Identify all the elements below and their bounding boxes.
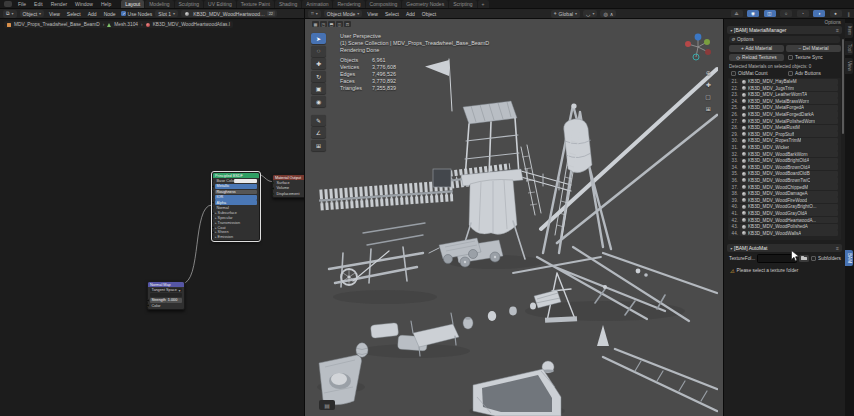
material-list-item[interactable]: 21. KB3D_MDV_HayBaleM xyxy=(729,79,838,85)
color-socket[interactable] xyxy=(147,304,149,306)
sidebar-tab[interactable]: Item xyxy=(845,23,853,38)
strength-value[interactable]: 1.000 xyxy=(166,298,182,302)
material-list-item[interactable]: 28. KB3D_MDV_MetalRustM xyxy=(729,125,838,131)
node-socket-row[interactable]: Surface xyxy=(275,181,304,186)
material-list-item[interactable]: 35. KB3D_MDV_WoodBoardOldB xyxy=(729,171,838,177)
viewport-header-icon[interactable]: ○ xyxy=(780,10,792,17)
workspace-tab[interactable]: Sculpting xyxy=(175,0,204,8)
material-list-item[interactable]: 29. KB3D_MDV_PropStuff xyxy=(729,131,838,137)
viewport-toggle-icon[interactable]: ◫ xyxy=(336,21,343,27)
menu-item[interactable]: File xyxy=(14,1,30,7)
material-list-item[interactable]: 33. KB3D_MDV_WoodBrightOldA xyxy=(729,158,838,164)
material-list-item[interactable]: 42. KB3D_MDV_WoodHeartwoodA... xyxy=(729,217,838,223)
input-socket[interactable] xyxy=(272,187,274,189)
menu-item[interactable]: Add xyxy=(404,11,417,17)
input-socket[interactable] xyxy=(212,196,214,198)
workspace-tab[interactable]: Texture Paint xyxy=(237,0,274,8)
viewport-toggle-icon[interactable]: ◳ xyxy=(320,21,327,27)
viewport-header-icon[interactable]: ● xyxy=(830,10,842,17)
input-socket[interactable] xyxy=(212,231,214,233)
adv-buttons-checkbox[interactable]: Adv Buttons xyxy=(788,70,821,76)
list-scrollbar[interactable] xyxy=(842,39,844,134)
workspace-tab[interactable]: Rendering xyxy=(333,0,364,8)
viewport-toggle-icon[interactable]: ▦ xyxy=(312,21,319,27)
node-socket-row[interactable]: Alpha xyxy=(215,200,257,205)
menu-item[interactable]: Object xyxy=(420,11,438,17)
material-list-item[interactable]: 31. KB3D_MDV_Wicker xyxy=(729,144,838,150)
proportional-edit-dropdown[interactable]: ◎∧ xyxy=(600,10,616,17)
toolbar-tool-button[interactable]: ◌ xyxy=(311,46,326,57)
workspace-tab[interactable]: Layout xyxy=(121,0,144,8)
node-section-row[interactable]: Coat xyxy=(215,225,257,229)
viewport-header-icon[interactable]: ⟁ xyxy=(731,10,743,17)
input-socket[interactable] xyxy=(272,193,274,195)
node-socket-row[interactable]: Displacement xyxy=(275,192,304,197)
menu-item[interactable]: Window xyxy=(71,1,97,7)
toolbar-tool-button[interactable]: ⊞ xyxy=(311,140,326,151)
menu-item[interactable]: Node xyxy=(102,11,118,17)
input-socket[interactable] xyxy=(212,207,214,209)
node-socket-row[interactable]: IOR xyxy=(215,195,257,200)
node-normal-map[interactable]: Normal Map Tangent Space▾ Strength 1.000… xyxy=(147,281,185,310)
node-socket-row[interactable]: Volume xyxy=(275,186,304,191)
oldmat-count-checkbox[interactable]: OldMat Count xyxy=(731,70,768,76)
viewport-3d[interactable]: ▦ ◳ ⬒ ◫ ⊡ ➤ ◌ ✚ ↻ ▣ ◉ xyxy=(305,19,723,416)
toolbar-tool-button[interactable]: ◉ xyxy=(311,96,326,107)
transform-orientation-dropdown[interactable]: ⌖Global▾ xyxy=(551,10,580,18)
viewport-nav-icon[interactable]: ▢ xyxy=(705,93,711,100)
node-socket-row[interactable]: Normal xyxy=(215,206,257,211)
material-list-item[interactable]: 22. KB3D_MDV_JugsTrim xyxy=(729,85,838,91)
menu-item[interactable]: Render xyxy=(47,1,71,7)
uvmap-selector[interactable] xyxy=(150,293,182,297)
material-list-item[interactable]: 38. KB3D_MDV_WoodDamageA xyxy=(729,191,838,197)
reload-textures-button[interactable]: Reload Textures xyxy=(729,54,784,61)
workspace-tab[interactable]: Shading xyxy=(275,0,301,8)
viewport-header-icon[interactable]: ◑ xyxy=(813,10,825,17)
node-socket-row[interactable]: Base Color xyxy=(215,179,257,184)
node-section-row[interactable]: Sheen xyxy=(215,230,257,234)
workspace-tab[interactable]: Modeling xyxy=(145,0,173,8)
panel-menu-icon[interactable]: ≡ xyxy=(836,245,839,251)
users-count-badge[interactable]: 22 xyxy=(267,11,274,16)
toolbar-tool-button[interactable]: ✚ xyxy=(311,58,326,69)
viewport-nav-icon[interactable]: ⊞ xyxy=(705,105,711,112)
texture-folder-input[interactable] xyxy=(757,254,797,263)
node-socket-row[interactable]: Roughness xyxy=(215,190,257,195)
shader-editor[interactable]: MDV_Props_Treadwheel_Base_BeamD Mesh.310… xyxy=(0,19,305,416)
material-list-item[interactable]: 24. KB3D_MDV_MetalBrassWorn xyxy=(729,98,838,104)
material-manager-header[interactable]: [BAM] MaterialManager≡ xyxy=(727,26,842,34)
viewport-header-icon[interactable]: ◔ xyxy=(797,10,809,17)
sidebar-tab[interactable]: BAM xyxy=(845,250,853,266)
material-list-item[interactable]: 37. KB3D_MDV_WoodChippedM xyxy=(729,184,838,190)
menu-item[interactable]: Select xyxy=(65,11,83,17)
material-list-item[interactable]: 43. KB3D_MDV_WoodPolishedA xyxy=(729,224,838,230)
folder-browse-button[interactable] xyxy=(799,255,809,262)
normal-space-dropdown[interactable]: Tangent Space▾ xyxy=(150,288,182,292)
material-list-item[interactable]: 41. KB3D_MDV_WoodGrayOldA xyxy=(729,210,838,216)
material-list-item[interactable]: 36. KB3D_MDV_WoodBrownTwiC xyxy=(729,177,838,183)
workspace-tab[interactable]: Animation xyxy=(302,0,332,8)
viewport-header-icon[interactable]: ◫ xyxy=(764,10,776,17)
mode-dropdown[interactable]: Object Mode▾ xyxy=(324,10,362,17)
toolbar-tool-button[interactable]: ➤ xyxy=(311,33,326,44)
add-material-button[interactable]: Add Material xyxy=(729,45,784,52)
toolbar-tool-button[interactable]: ▣ xyxy=(311,83,326,94)
material-list-item[interactable]: 40. KB3D_MDV_WoodGrayBrightO... xyxy=(729,204,838,210)
texture-sync-checkbox[interactable]: Texture Sync xyxy=(788,54,823,61)
navigation-gizmo[interactable] xyxy=(683,31,713,63)
toolbar-tool-button[interactable]: ✎ xyxy=(311,115,326,126)
slot-dropdown[interactable]: Slot 1▾ xyxy=(155,10,178,17)
material-list-item[interactable]: 44. KB3D_MDV_WoodWallsA xyxy=(729,230,838,236)
input-socket[interactable] xyxy=(272,182,274,184)
editor-type-dropdown[interactable]: ⧉▾ xyxy=(3,10,17,18)
color-socket-row[interactable]: Color xyxy=(150,303,182,308)
snap-dropdown[interactable]: ◡▾ xyxy=(583,10,597,17)
menu-item[interactable]: View xyxy=(47,11,62,17)
workspace-tab[interactable]: Compositing xyxy=(366,0,402,8)
material-list-item[interactable]: 32. KB3D_MDV_WoodBarkWorn xyxy=(729,151,838,157)
input-socket[interactable] xyxy=(212,217,214,219)
toolbar-tool-button[interactable]: ↻ xyxy=(311,71,326,82)
toolbar-tool-button[interactable]: ∠ xyxy=(311,127,326,138)
workspace-tab[interactable]: Scripting xyxy=(449,0,476,8)
menu-item[interactable]: Add xyxy=(86,11,99,17)
